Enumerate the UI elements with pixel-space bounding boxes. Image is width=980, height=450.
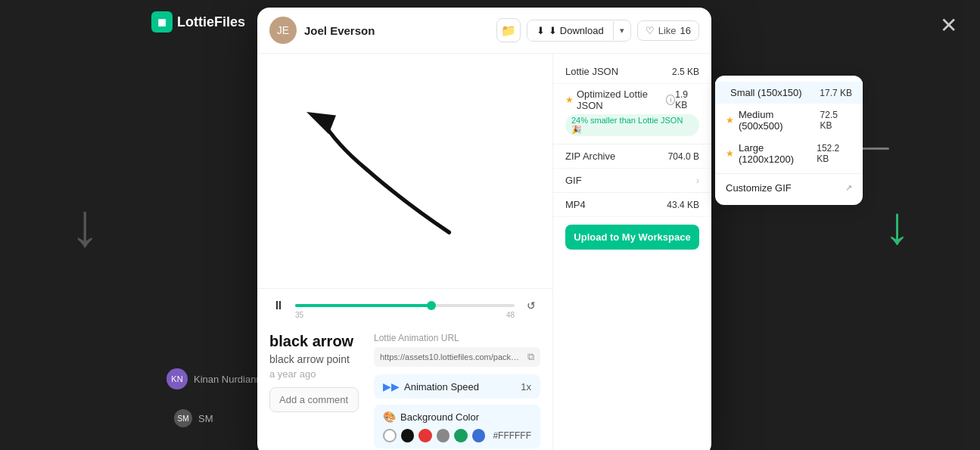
modal: JE Joel Everson 📁 ⬇ ⬇ Download ▾ ♡ Like … <box>257 8 711 450</box>
gif-large-size: 152.2 KB <box>817 143 852 164</box>
speed-row[interactable]: ▶▶ Animation Speed 1x <box>374 374 540 399</box>
frame-start-label: 35 <box>295 311 303 319</box>
bg-color-row: 🎨 Background Color #FFFFFF <box>374 405 540 448</box>
progress-thumb[interactable] <box>427 301 436 310</box>
smaller-badge: 24% smaller than Lottie JSON 🎉 <box>565 114 699 136</box>
bg-color-label-text: Background Color <box>400 411 479 423</box>
swatch-gray[interactable] <box>437 429 450 442</box>
like-count: 16 <box>680 25 691 36</box>
swatch-white[interactable] <box>383 429 397 442</box>
reset-icon: ↺ <box>527 299 536 312</box>
animation-area <box>257 54 552 288</box>
optimized-json-row[interactable]: ★ Optimized Lottie JSON i 1.9 KB <box>565 88 699 111</box>
bg-user-sm: SM SM <box>174 409 213 427</box>
upload-btn-row: Upload to My Workspace <box>553 217 711 259</box>
customize-gif-label: Customize GIF <box>726 182 792 194</box>
download-main-button[interactable]: ⬇ ⬇ Download <box>527 20 612 41</box>
url-section-label: Lottie Animation URL <box>374 333 540 343</box>
pause-button[interactable]: ⏸ <box>269 296 288 315</box>
bg-arrow-down: ↓ <box>70 195 100 256</box>
external-link-icon: ↗ <box>845 183 852 193</box>
animation-section: ⏸ 35 48 ↺ black arrow blac <box>257 54 552 450</box>
speed-label-text: Animation Speed <box>404 381 479 393</box>
bg-color-label: 🎨 Background Color <box>383 411 531 423</box>
download-button-group: ⬇ ⬇ Download ▾ <box>527 20 630 42</box>
progress-track <box>295 304 515 307</box>
frame-end-label: 48 <box>506 311 515 319</box>
gif-row[interactable]: GIF › <box>553 169 711 193</box>
logo-icon: ◼ <box>151 11 173 33</box>
download-icon: ⬇ <box>537 25 545 36</box>
lottie-url-section: Lottie Animation URL https://assets10.lo… <box>374 333 540 367</box>
folder-button[interactable]: 📁 <box>496 18 521 42</box>
modal-header-right: 📁 ⬇ ⬇ Download ▾ ♡ Like 16 <box>496 18 699 42</box>
zip-archive-row[interactable]: ZIP Archive 704.0 B <box>553 144 711 169</box>
sm-username: SM <box>198 413 213 424</box>
zip-label: ZIP Archive <box>565 151 615 162</box>
lottie-json-label: Lottie JSON <box>565 66 618 77</box>
gif-large-row[interactable]: ★ Large (1200x1200) 152.2 KB <box>715 137 863 170</box>
copy-icon[interactable]: ⧉ <box>527 351 534 363</box>
speed-icon: ▶▶ <box>383 380 400 393</box>
download-label: ⬇ Download <box>549 25 603 36</box>
app-name: LottieFiles <box>177 14 245 30</box>
customize-gif-row[interactable]: Customize GIF ↗ <box>715 177 863 199</box>
swatch-red[interactable] <box>418 429 432 442</box>
user-avatar: JE <box>269 17 297 44</box>
optimized-json-section: ★ Optimized Lottie JSON i 1.9 KB 24% sma… <box>553 84 711 144</box>
animation-time: a year ago <box>269 368 359 380</box>
swatch-black[interactable] <box>401 429 415 442</box>
kinan-avatar: KN <box>166 368 188 389</box>
mp4-row[interactable]: MP4 43.4 KB <box>553 193 711 217</box>
bg-arrow-teal: ↓ <box>884 195 910 256</box>
info-icon[interactable]: i <box>666 95 675 105</box>
gif-small-size: 17.7 KB <box>820 88 852 98</box>
gif-label: GIF <box>565 175 582 186</box>
comment-box <box>269 387 359 412</box>
swatch-green[interactable] <box>454 429 468 442</box>
info-left: black arrow black arrow point a year ago <box>269 333 359 448</box>
gif-large-label: ★ Large (1200x1200) <box>726 142 817 165</box>
progress-fill <box>295 304 431 307</box>
dropdown-divider <box>715 173 863 174</box>
modal-header: JE Joel Everson 📁 ⬇ ⬇ Download ▾ ♡ Like … <box>257 8 711 54</box>
pause-icon: ⏸ <box>272 299 285 312</box>
lottie-json-size: 2.5 KB <box>672 67 699 77</box>
reset-button[interactable]: ↺ <box>522 296 540 315</box>
mp4-size: 43.4 KB <box>667 200 699 210</box>
speed-value: 1x <box>521 381 531 393</box>
hex-value: #FFFFFF <box>493 430 531 441</box>
download-panel: Lottie JSON 2.5 KB ★ Optimized Lottie JS… <box>552 54 711 450</box>
upload-workspace-button[interactable]: Upload to My Workspace <box>565 225 699 250</box>
color-swatches: #FFFFFF <box>383 429 531 442</box>
progress-container[interactable]: 35 48 <box>295 304 515 307</box>
dropdown-arrow-icon: ▾ <box>620 26 624 35</box>
gif-arrow-icon: › <box>696 175 699 186</box>
info-right: Lottie Animation URL https://assets10.lo… <box>374 333 540 448</box>
optimized-size: 1.9 KB <box>675 89 699 110</box>
url-row: https://assets10.lottiefiles.com/package… <box>374 347 540 367</box>
star-icon: ★ <box>565 95 574 105</box>
gif-medium-row[interactable]: ★ Medium (500x500) 72.5 KB <box>715 104 863 137</box>
lottie-json-row[interactable]: Lottie JSON 2.5 KB <box>553 60 711 84</box>
modal-header-left: JE Joel Everson <box>269 17 375 44</box>
sm-avatar: SM <box>174 409 192 427</box>
gif-small-row[interactable]: Small (150x150) 17.7 KB <box>715 82 863 104</box>
gif-large-star: ★ <box>726 148 734 159</box>
download-dropdown-toggle[interactable]: ▾ <box>613 21 630 40</box>
gif-small-label: Small (150x150) <box>726 87 802 98</box>
swatch-blue[interactable] <box>472 429 486 442</box>
optimized-label: ★ Optimized Lottie JSON i <box>565 88 675 111</box>
like-icon: ♡ <box>646 25 655 36</box>
color-icon: 🎨 <box>383 411 396 423</box>
like-label: Like <box>658 25 677 36</box>
gif-dropdown: Small (150x150) 17.7 KB ★ Medium (500x50… <box>715 76 863 205</box>
gif-medium-label: ★ Medium (500x500) <box>726 109 820 132</box>
like-button[interactable]: ♡ Like 16 <box>637 20 699 41</box>
animation-description: black arrow point <box>269 353 359 365</box>
close-button[interactable]: ✕ <box>940 15 957 36</box>
zip-size: 704.0 B <box>668 151 699 162</box>
gif-medium-size: 72.5 KB <box>820 110 852 131</box>
svg-marker-0 <box>306 112 336 134</box>
comment-input[interactable] <box>269 387 359 412</box>
